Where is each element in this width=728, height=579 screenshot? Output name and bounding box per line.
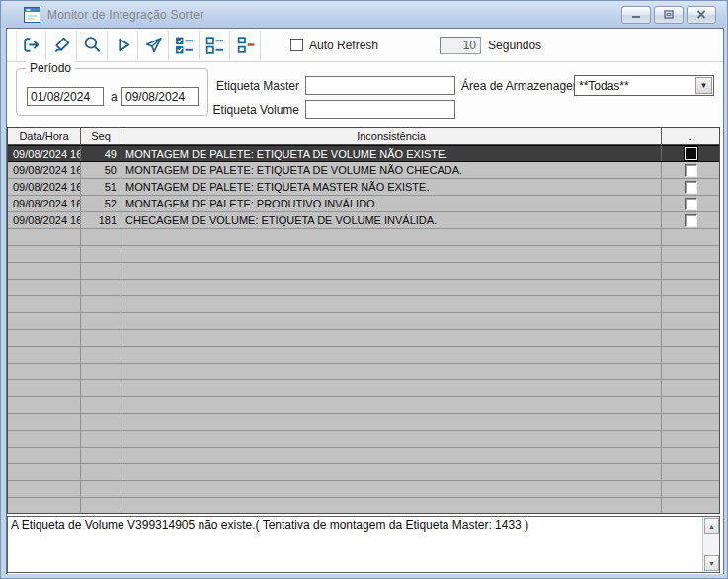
col-header-inconsistencia[interactable]: Inconsistência [121, 128, 662, 144]
cell-seq: 50 [81, 162, 121, 178]
cell-seq [81, 364, 121, 379]
cell-check [662, 179, 719, 195]
table-row-empty [8, 380, 719, 397]
table-row[interactable]: 09/08/2024 16:31 50 MONTAGEM DE PALETE: … [8, 162, 719, 179]
cell-data-hora [8, 263, 81, 279]
cell-seq: 51 [81, 179, 121, 195]
minimize-button[interactable] [621, 6, 651, 24]
cell-seq [81, 246, 121, 262]
area-armazenagem-select[interactable]: **Todas** ▼ [574, 75, 714, 96]
cell-data-hora [8, 431, 81, 447]
table-row[interactable]: 09/08/2024 16:31 181 CHECAGEM DE VOLUME:… [8, 212, 719, 229]
cell-check [662, 212, 719, 228]
cell-check [662, 280, 719, 295]
cell-seq [81, 263, 121, 279]
filter-panel: Período a Etiqueta Master Etiqueta Volum… [7, 62, 723, 127]
table-row-empty [8, 397, 719, 414]
row-checkbox[interactable] [685, 164, 697, 177]
cell-check [662, 146, 719, 161]
send-button[interactable] [138, 31, 169, 60]
cell-seq [81, 296, 121, 312]
check-all-icon [174, 35, 195, 55]
scroll-down-button[interactable]: ▼ [704, 555, 719, 571]
client-area: Auto Refresh Segundos Período a Etiqueta… [6, 28, 724, 574]
row-checkbox[interactable] [685, 214, 697, 227]
minimize-icon [631, 10, 641, 19]
col-header-check[interactable]: . [662, 128, 719, 144]
cell-check [662, 246, 719, 262]
cell-data-hora [8, 296, 81, 312]
arrow-up-icon: ▲ [708, 523, 715, 530]
etiqueta-master-label: Etiqueta Master [204, 79, 299, 93]
memo-scrollbar[interactable]: ▲ ▼ [702, 517, 719, 572]
combo-dropdown-button[interactable]: ▼ [695, 77, 712, 94]
table-row-empty [8, 246, 719, 263]
table-row[interactable]: 09/08/2024 16:31 51 MONTAGEM DE PALETE: … [8, 179, 719, 196]
etiqueta-volume-input[interactable] [305, 100, 455, 119]
cell-inconsistencia [121, 246, 662, 262]
maximize-button[interactable] [654, 6, 684, 24]
close-button[interactable] [687, 6, 716, 24]
interval-unit-label: Segundos [488, 39, 541, 52]
cell-inconsistencia: CHECAGEM DE VOLUME: ETIQUETA DE VOLUME I… [121, 212, 662, 228]
auto-refresh-label: Auto Refresh [309, 39, 378, 52]
title-bar[interactable]: Monitor de Integração Sorter [2, 1, 726, 28]
table-row-empty [8, 313, 719, 330]
send-icon [143, 35, 164, 55]
cell-seq [81, 313, 121, 329]
cell-inconsistencia [121, 330, 662, 346]
uncheck-all-button[interactable] [200, 31, 230, 60]
chevron-down-icon: ▼ [700, 81, 708, 90]
cell-check [662, 347, 719, 363]
scroll-up-button[interactable]: ▲ [704, 518, 719, 534]
cell-data-hora [8, 448, 81, 463]
close-icon [696, 10, 706, 19]
cell-seq [81, 431, 121, 447]
interval-input[interactable] [440, 37, 481, 54]
col-header-seq[interactable]: Seq [81, 128, 121, 144]
window-title: Monitor de Integração Sorter [47, 8, 621, 22]
row-checkbox[interactable] [685, 181, 697, 194]
table-row-empty [8, 448, 719, 464]
table-row[interactable]: 09/08/2024 16:31 52 MONTAGEM DE PALETE: … [8, 196, 719, 212]
cell-seq [81, 448, 121, 463]
exit-button[interactable] [16, 31, 46, 60]
search-button[interactable] [77, 31, 108, 60]
cell-seq [81, 498, 121, 513]
table-row[interactable]: 09/08/2024 16:31 49 MONTAGEM DE PALETE: … [8, 145, 719, 162]
maximize-icon [664, 10, 674, 19]
remove-check-button[interactable] [230, 31, 261, 60]
row-checkbox[interactable] [685, 147, 697, 160]
etiqueta-master-input[interactable] [305, 76, 455, 95]
cell-check [662, 464, 719, 480]
play-icon [113, 35, 133, 55]
cell-seq: 181 [81, 212, 121, 228]
cell-data-hora [8, 498, 81, 513]
cell-data-hora [8, 229, 81, 245]
grid-header: Data/Hora Seq Inconsistência . [8, 128, 719, 145]
search-icon [82, 35, 103, 55]
col-header-data-hora[interactable]: Data/Hora [8, 128, 81, 144]
row-checkbox[interactable] [685, 198, 697, 210]
cell-check [662, 364, 719, 379]
table-row-empty [8, 498, 719, 513]
cell-check [662, 481, 719, 497]
cell-inconsistencia [121, 448, 662, 463]
cell-data-hora: 09/08/2024 16:31 [8, 146, 81, 161]
detail-memo[interactable]: A Etiqueta de Volume V399314905 não exis… [7, 516, 720, 573]
execute-button[interactable] [108, 31, 138, 60]
cell-data-hora [8, 464, 81, 480]
cell-check [662, 162, 719, 178]
cell-seq: 49 [81, 146, 121, 161]
etiqueta-volume-label: Etiqueta Volume [204, 103, 299, 117]
date-from-input[interactable] [27, 87, 104, 106]
cell-data-hora [8, 397, 81, 413]
cell-check [662, 229, 719, 245]
date-to-input[interactable] [121, 87, 199, 106]
auto-refresh-checkbox[interactable] [290, 39, 303, 51]
clear-button[interactable] [46, 31, 77, 60]
cell-check [662, 296, 719, 312]
cell-inconsistencia [121, 263, 662, 279]
cell-inconsistencia [121, 313, 662, 329]
check-all-button[interactable] [169, 31, 200, 60]
